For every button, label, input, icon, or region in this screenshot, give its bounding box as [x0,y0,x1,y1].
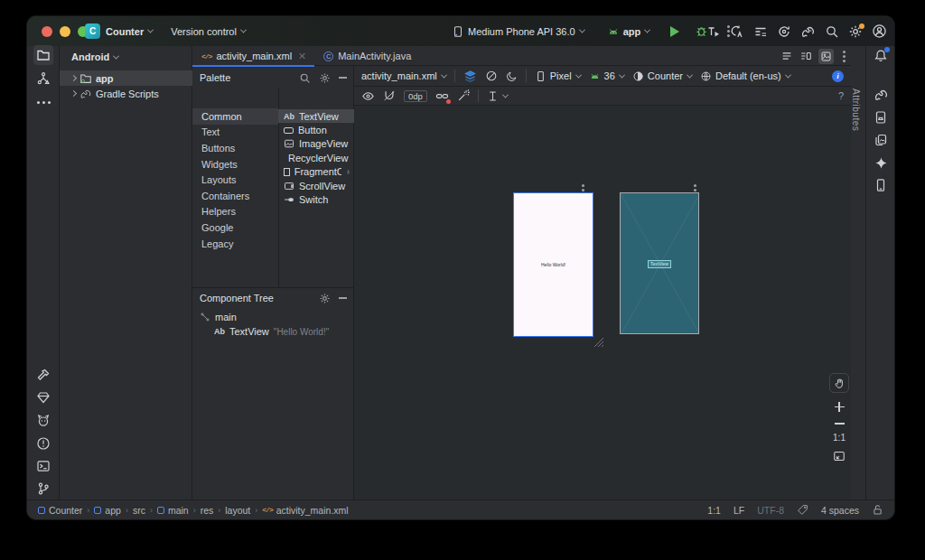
search-everywhere-icon[interactable] [825,24,839,39]
help-button[interactable]: ? [838,90,844,101]
statusbar-line-separator[interactable]: LF [733,505,744,516]
blueprint-preview[interactable]: TextView [620,192,699,334]
component-tree-root-main[interactable]: main [192,310,354,324]
breadcrumb-main[interactable]: main [157,505,189,516]
api-level-menu[interactable]: 36 [589,70,624,82]
palette-category-helpers[interactable]: Helpers [192,204,278,220]
resource-manager-tool-window-button[interactable] [33,69,53,89]
run-configuration-selector[interactable]: app [607,25,650,38]
zoom-out-button[interactable] [835,423,845,425]
code-view-icon[interactable] [780,50,793,62]
logcat-tool-window-button[interactable] [33,411,53,431]
palette-category-legacy[interactable]: Legacy [192,236,278,252]
profiler-icon[interactable] [706,24,721,39]
locale-menu[interactable]: Default (en-us) [700,70,790,82]
statusbar-encoding[interactable]: UTF-8 [757,505,784,516]
component-tree-item-textview[interactable]: Ab TextView "Hello World!" [192,324,354,339]
minimize-window-button[interactable] [60,26,70,37]
infer-constraints-icon[interactable] [457,89,470,102]
statusbar-indent[interactable]: 4 spaces [821,505,859,516]
device-selector[interactable]: Medium Phone API 36.0 [452,25,584,38]
editor-options-icon[interactable] [843,55,846,58]
align-menu[interactable] [487,90,508,102]
design-preview[interactable]: Hello World! [513,192,593,337]
breadcrumb-counter[interactable]: Counter [38,505,82,516]
gradle-sync-icon[interactable] [800,24,816,39]
palette-item-button[interactable]: Button [278,123,354,136]
tab-activity-main-xml[interactable]: </> activity_main.xml [192,46,314,66]
problems-tool-window-button[interactable] [33,434,53,453]
close-window-button[interactable] [42,26,52,37]
palette-category-text[interactable]: Text [192,125,278,141]
device-explorer-button[interactable] [871,107,891,127]
breadcrumb-app[interactable]: app [94,505,121,516]
palette-category-layouts[interactable]: Layouts [192,172,278,188]
tag-icon[interactable] [797,504,808,516]
version-control-tool-window-button[interactable] [33,479,53,499]
hide-panel-icon[interactable] [339,297,347,299]
project-selector[interactable]: Counter [106,26,153,37]
blueprint-preview-menu-icon[interactable] [694,189,696,191]
zoom-in-button[interactable] [835,402,845,412]
app-quality-insights-button[interactable] [33,387,53,407]
tree-item-app[interactable]: app [60,70,192,86]
build-tool-window-button[interactable] [33,365,53,385]
run-button[interactable] [670,26,679,37]
gradle-tool-window-button[interactable] [871,85,891,105]
design-view-button[interactable] [818,49,834,64]
breadcrumb-res[interactable]: res [201,505,214,516]
zoom-to-fit-icon[interactable] [833,450,846,462]
night-mode-icon[interactable] [506,70,518,82]
palette-item-scrollview[interactable]: ScrollView [278,179,354,192]
system-ui-mode-icon[interactable] [485,70,498,82]
design-blueprint-mode-icon[interactable] [463,70,477,83]
breadcrumb-src[interactable]: src [133,505,145,516]
gemini-button[interactable] [871,153,891,173]
palette-item-textview[interactable]: Ab TextView [278,109,354,123]
project-view-selector[interactable]: Android [71,48,118,66]
breadcrumb-layout[interactable]: layout [225,505,250,516]
layout-file-selector[interactable]: activity_main.xml [361,70,446,81]
autoconnect-icon[interactable] [383,89,396,102]
palette-category-google[interactable]: Google [192,219,278,236]
resource-manager-button[interactable] [871,130,891,150]
resize-handle-icon[interactable] [593,337,605,348]
search-icon[interactable] [299,72,311,84]
more-tool-windows-button[interactable] [33,92,53,112]
split-view-icon[interactable] [799,50,812,62]
project-tool-window-button[interactable] [33,45,53,65]
gear-icon[interactable] [319,293,331,304]
vcs-selector[interactable]: Version control [171,26,246,37]
palette-item-imageview[interactable]: ImageView [278,137,354,151]
palette-category-widgets[interactable]: Widgets [192,156,278,173]
unlocked-icon[interactable] [872,504,883,516]
running-devices-button[interactable] [871,175,891,195]
zoom-100-button[interactable]: 1:1 [833,433,846,443]
palette-item-recyclerview[interactable]: RecyclerView [278,151,354,164]
statusbar-zoom[interactable]: 1:1 [707,505,721,516]
notifications-button[interactable] [871,46,891,66]
view-options-icon[interactable] [361,89,375,103]
palette-category-buttons[interactable]: Buttons [192,140,278,156]
theme-menu[interactable]: Counter [632,70,692,82]
run-with-coverage-icon[interactable] [730,24,744,39]
attributes-panel-tab[interactable]: Attributes [851,89,861,131]
constraint-defaults-button[interactable] [435,89,449,103]
close-tab-icon[interactable] [298,52,305,60]
tree-item-gradle-scripts[interactable]: Gradle Scripts [60,86,192,101]
settings-button[interactable] [848,24,863,39]
terminal-tool-window-button[interactable] [33,456,53,476]
build-variants-icon[interactable] [753,24,768,39]
apply-changes-icon[interactable] [777,24,791,39]
default-margins-selector[interactable]: 0dp [404,90,427,102]
pan-tool-button[interactable] [829,373,849,393]
palette-category-common[interactable]: Common [192,108,278,125]
palette-item-fragmentcontainerview[interactable]: FragmentContaine... [278,165,354,179]
design-preview-menu-icon[interactable] [582,189,584,191]
device-menu[interactable]: Pixel [535,70,581,82]
palette-item-switch[interactable]: Switch [278,192,354,206]
gear-icon[interactable] [319,72,331,84]
breadcrumb-activity-main-xml[interactable]: </>activity_main.xml [262,505,348,516]
palette-category-containers[interactable]: Containers [192,188,278,204]
account-icon[interactable] [872,23,887,39]
